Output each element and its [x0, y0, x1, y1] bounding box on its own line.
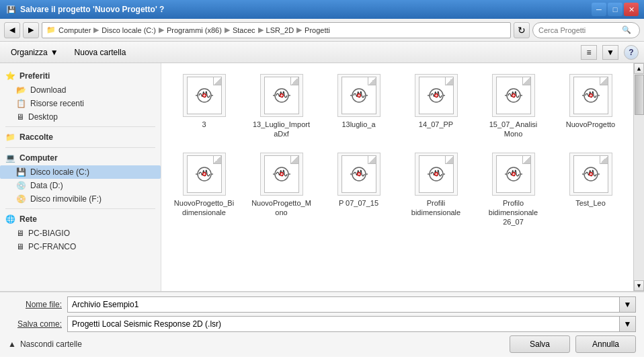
file-item[interactable]: 13luglio_a — [321, 69, 396, 145]
file-icon-inner — [187, 155, 222, 193]
salva-button[interactable]: Salva — [510, 335, 570, 353]
file-corner — [213, 77, 221, 85]
file-corner — [600, 156, 608, 164]
file-icon-inner — [573, 77, 608, 114]
file-item[interactable]: 15_07_ Analisi Mono — [476, 69, 551, 145]
file-item[interactable]: Profili bidimensionale — [399, 147, 473, 233]
waveform-icon — [579, 86, 603, 105]
view-button[interactable]: ≡ — [581, 45, 597, 60]
scroll-track[interactable] — [634, 74, 644, 280]
filename-row: Nome file: ▼ — [8, 296, 636, 313]
minimize-button[interactable]: ─ — [592, 3, 606, 16]
organizza-arrow-icon: ▼ — [50, 48, 58, 57]
svg-text:💾: 💾 — [7, 5, 16, 14]
back-button[interactable]: ◀ — [4, 22, 20, 38]
search-input[interactable] — [538, 26, 619, 34]
computer-icon: 💻 — [5, 153, 15, 163]
sidebar-item-pc-franco[interactable]: 🖥 PC-FRANCO — [0, 240, 161, 253]
file-item[interactable]: 13_Luglio_ImportaDxf — [244, 69, 319, 145]
file-item[interactable]: Profilo bidimensionale 26_07 — [476, 147, 551, 233]
nascondi-cartelle-label: Nascondi cartelle — [20, 339, 82, 349]
download-folder-icon: 📂 — [16, 85, 26, 95]
file-icon-inner — [187, 77, 222, 114]
sidebar-item-disco-rimovibile[interactable]: 📀 Disco rimovibile (F:) — [0, 192, 161, 206]
breadcrumb: 📁 Computer ▶ Disco locale (C:) ▶ Program… — [42, 22, 511, 38]
file-name: P 07_07_15 — [339, 198, 378, 208]
raccolte-folder-icon: 📁 — [5, 132, 15, 142]
close-button[interactable]: ✕ — [624, 3, 639, 16]
refresh-button[interactable]: ↻ — [514, 22, 530, 38]
file-item[interactable]: NuovoProgetto — [553, 69, 628, 145]
help-button[interactable]: ? — [624, 45, 639, 60]
drive-d-icon: 💿 — [16, 181, 26, 190]
file-icon — [492, 74, 535, 117]
vertical-scrollbar[interactable]: ▲ ▼ — [633, 63, 644, 291]
sidebar-item-pc-biagio[interactable]: 🖥 PC-BIAGIO — [0, 227, 161, 240]
file-icon — [183, 153, 226, 196]
breadcrumb-disk[interactable]: Disco locale (C:) — [102, 26, 156, 34]
waveform-icon — [424, 86, 448, 105]
sidebar-group-preferiti[interactable]: ⭐ Preferiti — [0, 69, 161, 83]
saveas-input-wrapper: Progetti Local Seismic Response 2D (.lsr… — [67, 316, 636, 332]
breadcrumb-programmi[interactable]: Programmi (x86) — [167, 26, 222, 34]
sidebar-group-computer[interactable]: 💻 Computer — [0, 151, 161, 165]
saveas-dropdown-arrow[interactable]: ▼ — [620, 316, 636, 332]
computer-label: Computer — [19, 153, 58, 163]
forward-button[interactable]: ▶ — [23, 22, 39, 38]
file-icon-inner — [496, 77, 531, 114]
file-item[interactable]: P 07_07_15 — [321, 147, 396, 233]
file-icon-inner — [264, 155, 299, 193]
breadcrumb-lsr2d[interactable]: LSR_2D — [266, 26, 294, 34]
sidebar-group-rete[interactable]: 🌐 Rete — [0, 212, 161, 227]
organizza-label: Organizza — [11, 48, 48, 57]
organizza-button[interactable]: Organizza ▼ — [5, 46, 64, 58]
file-item[interactable]: 14_07_PP — [399, 69, 473, 145]
sidebar-item-risorse[interactable]: 📋 Risorse recenti — [0, 97, 161, 110]
drive-f-icon: 📀 — [16, 194, 26, 204]
scroll-up-button[interactable]: ▲ — [634, 63, 644, 74]
file-corner — [290, 77, 298, 85]
waveform-icon — [501, 165, 526, 184]
filename-label: Nome file: — [8, 300, 62, 309]
filename-dropdown-arrow[interactable]: ▼ — [620, 296, 636, 313]
waveform-svg — [501, 165, 526, 183]
file-item[interactable]: Test_Leo — [553, 147, 628, 233]
waveform-icon — [270, 86, 294, 105]
file-corner — [445, 77, 453, 85]
scroll-thumb[interactable] — [635, 75, 644, 115]
sidebar-item-desktop[interactable]: 🖥 Desktop — [0, 110, 161, 124]
breadcrumb-computer[interactable]: Computer — [58, 26, 91, 34]
file-item[interactable]: NuovoProgetto_Mono — [244, 147, 319, 233]
recent-folder-icon: 📋 — [16, 99, 26, 108]
breadcrumb-stacec[interactable]: Stacec — [233, 26, 255, 34]
file-grid[interactable]: 3 — [161, 63, 633, 291]
annulla-button[interactable]: Annulla — [575, 335, 636, 353]
file-corner — [368, 77, 376, 85]
waveform-svg — [424, 165, 448, 183]
maximize-button[interactable]: □ — [608, 3, 622, 16]
sidebar-item-disco-locale[interactable]: 💾 Disco locale (C:) — [0, 165, 161, 179]
sidebar-section-computer: 💻 Computer 💾 Disco locale (C:) 💿 Data (D… — [0, 151, 161, 206]
toggle-folders-button[interactable]: ▲ Nascondi cartelle — [8, 339, 82, 349]
nuova-cartella-button[interactable]: Nuova cartella — [69, 46, 132, 58]
sidebar-item-download[interactable]: 📂 Download — [0, 83, 161, 97]
file-icon — [260, 153, 303, 196]
search-box[interactable]: 🔍 — [532, 22, 640, 38]
file-item[interactable]: 3 — [167, 69, 241, 145]
sidebar-divider-3 — [5, 208, 155, 209]
filename-input[interactable] — [67, 296, 620, 313]
scroll-down-button[interactable]: ▼ — [634, 280, 644, 291]
sidebar-item-data[interactable]: 💿 Data (D:) — [0, 179, 161, 192]
saveas-select[interactable]: Progetti Local Seismic Response 2D (.lsr… — [67, 316, 620, 332]
drive-c-icon: 💾 — [16, 167, 26, 177]
preferiti-label: Preferiti — [19, 71, 50, 81]
sidebar-group-raccolte[interactable]: 📁 Raccolte — [0, 130, 161, 145]
breadcrumb-progetti[interactable]: Progetti — [305, 26, 330, 34]
sidebar-section-preferiti: ⭐ Preferiti 📂 Download 📋 Risorse recenti… — [0, 69, 161, 124]
file-item[interactable]: NuovoProgetto_Bidimensionale — [167, 147, 241, 233]
waveform-icon — [579, 165, 603, 184]
view-dropdown-button[interactable]: ▼ — [602, 45, 618, 60]
waveform-icon — [424, 165, 448, 184]
waveform-icon — [192, 86, 216, 105]
file-name: 14_07_PP — [419, 120, 453, 129]
